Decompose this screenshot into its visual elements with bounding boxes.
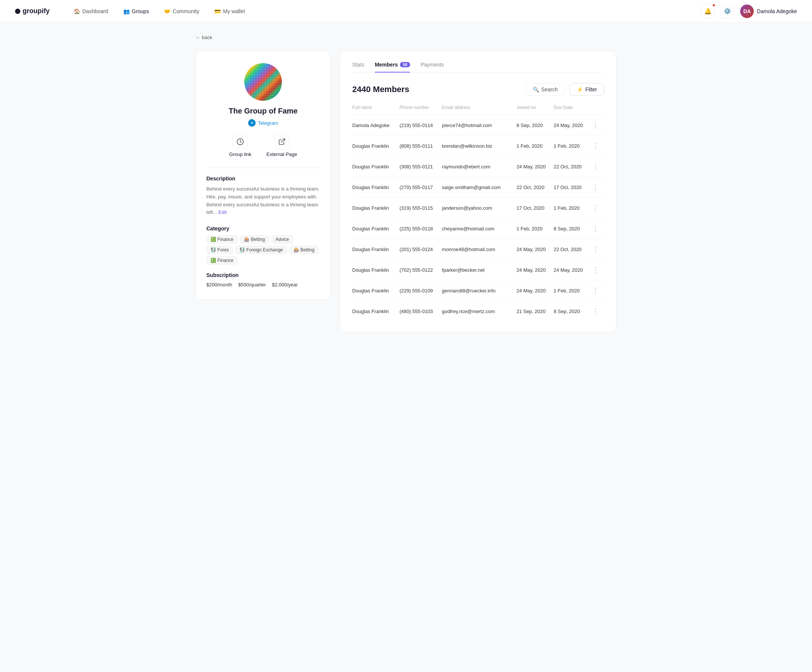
- more-options-button[interactable]: ⋮: [590, 224, 601, 233]
- table-row: Douglas Franklin(702) 555-0122fparker@be…: [352, 260, 604, 280]
- table-row: Douglas Franklin(229) 555-0109gennaro88@…: [352, 280, 604, 301]
- cell-email: pierce74@hotmail.com: [442, 115, 517, 136]
- table-row: Douglas Franklin(808) 555-0111brendan@wi…: [352, 136, 604, 156]
- cell-more[interactable]: ⋮: [590, 156, 604, 177]
- subscription-title: Subscription: [206, 272, 320, 278]
- cell-more[interactable]: ⋮: [590, 280, 604, 301]
- column-header-phone: Phone number: [399, 105, 442, 115]
- cell-phone: (702) 555-0122: [399, 260, 442, 280]
- cell-due: 24 May, 2020: [554, 115, 591, 136]
- nav-wallet[interactable]: 💳 My wallet: [208, 6, 251, 17]
- cell-more[interactable]: ⋮: [590, 177, 604, 198]
- cell-phone: (319) 555-0115: [399, 198, 442, 218]
- back-arrow-icon: ←: [196, 34, 200, 40]
- members-header: 2440 Members 🔍 Search ⚡ Filter: [352, 83, 604, 96]
- more-options-button[interactable]: ⋮: [590, 266, 601, 274]
- external-page-action[interactable]: External Page: [266, 134, 297, 157]
- nav-dashboard[interactable]: 🏠 Dashboard: [68, 6, 114, 17]
- user-menu[interactable]: DA Damola Adegoke: [740, 5, 797, 18]
- notifications-button[interactable]: 🔔: [701, 5, 715, 18]
- more-options-button[interactable]: ⋮: [590, 245, 601, 253]
- cell-joined: 24 May, 2020: [517, 260, 554, 280]
- cell-joined: 1 Feb, 2020: [517, 218, 554, 239]
- subscription-prices: $200/month$550/quarter$2,000/year: [206, 282, 320, 288]
- gear-icon: ⚙️: [724, 7, 731, 15]
- cell-name: Douglas Franklin: [352, 177, 399, 198]
- group-avatar-wrap: [206, 63, 320, 101]
- table-row: Douglas Franklin(270) 555-0117saige.smit…: [352, 177, 604, 198]
- group-link-action[interactable]: Group link: [229, 134, 251, 157]
- group-actions: Group link External Page: [206, 134, 320, 157]
- cell-more[interactable]: ⋮: [590, 239, 604, 260]
- cell-phone: (808) 555-0111: [399, 136, 442, 156]
- community-icon: 🤝: [164, 8, 170, 14]
- avatar-mosaic: [244, 63, 282, 101]
- filter-icon: ⚡: [577, 87, 583, 92]
- external-page-icon: [275, 134, 290, 149]
- cell-email: raymundo@ebert.com: [442, 156, 517, 177]
- search-button[interactable]: 🔍 Search: [525, 83, 565, 96]
- navbar: groupify 🏠 Dashboard 👥 Groups 🤝 Communit…: [0, 0, 812, 22]
- cell-more[interactable]: ⋮: [590, 218, 604, 239]
- cell-joined: 22 Oct, 2020: [517, 177, 554, 198]
- category-tag: Advice: [271, 235, 293, 244]
- cell-phone: (219) 555-0114: [399, 115, 442, 136]
- category-tag: 💱 Foreign Exchange: [235, 246, 287, 254]
- cell-phone: (201) 555-0124: [399, 239, 442, 260]
- search-icon: 🔍: [533, 87, 539, 92]
- svg-line-1: [281, 139, 285, 142]
- back-button[interactable]: ← back: [196, 34, 212, 40]
- column-header-actions: [590, 105, 604, 115]
- category-tag: 🎰 Betting: [240, 235, 269, 244]
- more-options-button[interactable]: ⋮: [590, 307, 601, 316]
- cell-phone: (308) 555-0121: [399, 156, 442, 177]
- table-row: Douglas Franklin(308) 555-0121raymundo@e…: [352, 156, 604, 177]
- members-table: Full namePhone numberEmail addressJoined…: [352, 105, 604, 321]
- cell-more[interactable]: ⋮: [590, 198, 604, 218]
- telegram-icon: ✈: [248, 119, 256, 127]
- column-header-email: Email address: [442, 105, 517, 115]
- subscription-price: $550/quarter: [238, 282, 266, 288]
- subscription-price: $200/month: [206, 282, 232, 288]
- username: Damola Adegoke: [757, 8, 797, 14]
- cell-more[interactable]: ⋮: [590, 136, 604, 156]
- notification-badge: [712, 3, 716, 7]
- members-count: 2440 Members: [352, 85, 409, 94]
- cell-due: 22 Oct, 2020: [554, 156, 591, 177]
- cell-name: Douglas Franklin: [352, 239, 399, 260]
- tab-payments[interactable]: Payments: [421, 61, 444, 72]
- cell-more[interactable]: ⋮: [590, 115, 604, 136]
- column-header-due: Due Date: [554, 105, 591, 115]
- app-logo[interactable]: groupify: [15, 7, 49, 15]
- category-tag: 💹 Finance: [206, 235, 237, 244]
- tab-badge-members: 58: [400, 62, 410, 67]
- edit-link[interactable]: Edit: [218, 209, 227, 215]
- more-options-button[interactable]: ⋮: [590, 204, 601, 212]
- cell-email: saige.smitham@gmail.com: [442, 177, 517, 198]
- filter-button[interactable]: ⚡ Filter: [570, 83, 604, 96]
- cell-name: Douglas Franklin: [352, 156, 399, 177]
- cell-name: Douglas Franklin: [352, 198, 399, 218]
- nav-groups[interactable]: 👥 Groups: [117, 6, 155, 17]
- cell-more[interactable]: ⋮: [590, 260, 604, 280]
- tabs: StatsMembers58Payments: [352, 61, 604, 73]
- description-title: Description: [206, 176, 320, 181]
- cell-name: Douglas Franklin: [352, 136, 399, 156]
- cell-due: 17 Oct, 2020: [554, 177, 591, 198]
- cell-email: monroe49@hotmail.com: [442, 239, 517, 260]
- tab-members[interactable]: Members58: [375, 61, 410, 72]
- tab-stats[interactable]: Stats: [352, 61, 364, 72]
- more-options-button[interactable]: ⋮: [590, 121, 601, 129]
- table-row: Douglas Franklin(319) 555-0115janderson@…: [352, 198, 604, 218]
- more-options-button[interactable]: ⋮: [590, 287, 601, 295]
- cell-due: 22 Oct, 2020: [554, 239, 591, 260]
- cell-phone: (270) 555-0117: [399, 177, 442, 198]
- wallet-icon: 💳: [214, 8, 221, 14]
- more-options-button[interactable]: ⋮: [590, 142, 601, 150]
- nav-community[interactable]: 🤝 Community: [158, 6, 205, 17]
- cell-more[interactable]: ⋮: [590, 301, 604, 322]
- settings-button[interactable]: ⚙️: [721, 5, 734, 18]
- cell-name: Damola Adegoke: [352, 115, 399, 136]
- more-options-button[interactable]: ⋮: [590, 162, 601, 171]
- more-options-button[interactable]: ⋮: [590, 183, 601, 191]
